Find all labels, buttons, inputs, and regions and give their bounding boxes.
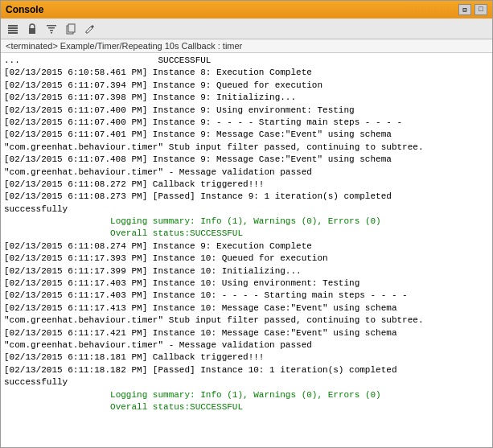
copy-icon bbox=[66, 23, 76, 35]
svg-rect-10 bbox=[68, 24, 75, 32]
console-line: Overall status:SUCCESSFUL bbox=[4, 228, 243, 238]
console-text: ... SUCCESSFUL [02/13/2015 6:10:58.461 P… bbox=[4, 55, 489, 413]
console-line: Logging summary: Info (1), Warnings (0),… bbox=[4, 216, 381, 226]
console-line: [02/13/2015 6:11:18.181 PM] Callback tri… bbox=[4, 352, 264, 362]
console-output[interactable]: ... SUCCESSFUL [02/13/2015 6:10:58.461 P… bbox=[1, 53, 492, 447]
svg-rect-2 bbox=[8, 30, 18, 31]
svg-rect-0 bbox=[8, 25, 18, 27]
console-line: [02/13/2015 6:11:17.399 PM] Instance 10:… bbox=[4, 266, 302, 276]
filter-button[interactable] bbox=[43, 21, 60, 37]
svg-rect-1 bbox=[8, 27, 18, 29]
toolbar bbox=[1, 18, 492, 39]
minimize-button[interactable]: ⊟ bbox=[458, 4, 471, 15]
console-line: [02/13/2015 6:11:08.274 PM] Instance 9: … bbox=[4, 241, 312, 251]
edit-button[interactable] bbox=[81, 21, 99, 37]
console-line: [02/13/2015 6:11:07.398 PM] Instance 9: … bbox=[4, 92, 296, 102]
console-line: Logging summary: Info (1), Warnings (0),… bbox=[4, 390, 381, 400]
maximize-button[interactable]: □ bbox=[475, 4, 487, 15]
console-line: [02/13/2015 6:11:07.401 PM] Instance 9: … bbox=[4, 129, 424, 151]
console-line: [02/13/2015 6:11:08.273 PM] [Passed] Ins… bbox=[4, 191, 392, 213]
console-line: ... SUCCESSFUL bbox=[4, 55, 211, 65]
console-line: [02/13/2015 6:10:58.461 PM] Instance 8: … bbox=[4, 68, 312, 77]
console-line: [02/13/2015 6:11:07.400 PM] Instance 9: … bbox=[4, 117, 402, 127]
svg-rect-5 bbox=[47, 25, 56, 27]
console-line: [02/13/2015 6:11:07.394 PM] Instance 9: … bbox=[4, 80, 323, 90]
console-line: [02/13/2015 6:11:07.400 PM] Instance 9: … bbox=[4, 105, 355, 115]
console-line: [02/13/2015 6:11:17.403 PM] Instance 10:… bbox=[4, 290, 408, 300]
console-window: Console ⊟ □ bbox=[0, 0, 493, 448]
console-line: Overall status:SUCCESSFUL bbox=[4, 402, 243, 412]
subtitle-bar: <terminated> Example/Timer/Repeating 10s… bbox=[1, 39, 492, 53]
console-line: [02/13/2015 6:11:17.413 PM] Instance 10:… bbox=[4, 303, 424, 325]
svg-rect-8 bbox=[51, 32, 52, 34]
filter-icon bbox=[46, 23, 57, 35]
lock-button[interactable] bbox=[23, 21, 41, 37]
lock-icon bbox=[27, 23, 37, 35]
clear-button[interactable] bbox=[4, 21, 22, 37]
subtitle-text: <terminated> Example/Timer/Repeating 10s… bbox=[6, 41, 242, 51]
console-line: [02/13/2015 6:11:08.272 PM] Callback tri… bbox=[4, 179, 264, 189]
title-controls: ⊟ □ bbox=[458, 4, 487, 15]
svg-rect-3 bbox=[8, 32, 18, 34]
window-title: Console bbox=[6, 4, 43, 15]
svg-rect-6 bbox=[48, 27, 55, 29]
console-line: [02/13/2015 6:11:07.408 PM] Instance 9: … bbox=[4, 154, 392, 176]
title-bar: Console ⊟ □ bbox=[1, 1, 492, 18]
clear-icon bbox=[7, 23, 18, 35]
svg-rect-4 bbox=[29, 28, 35, 34]
console-line: [02/13/2015 6:11:17.403 PM] Instance 10:… bbox=[4, 278, 359, 288]
svg-rect-7 bbox=[50, 30, 53, 31]
edit-icon bbox=[84, 23, 96, 35]
console-line: [02/13/2015 6:11:17.421 PM] Instance 10:… bbox=[4, 328, 396, 350]
console-line: [02/13/2015 6:11:17.393 PM] Instance 10:… bbox=[4, 253, 328, 263]
copy-button[interactable] bbox=[62, 21, 80, 37]
console-line: [02/13/2015 6:11:18.182 PM] [Passed] Ins… bbox=[4, 365, 396, 387]
